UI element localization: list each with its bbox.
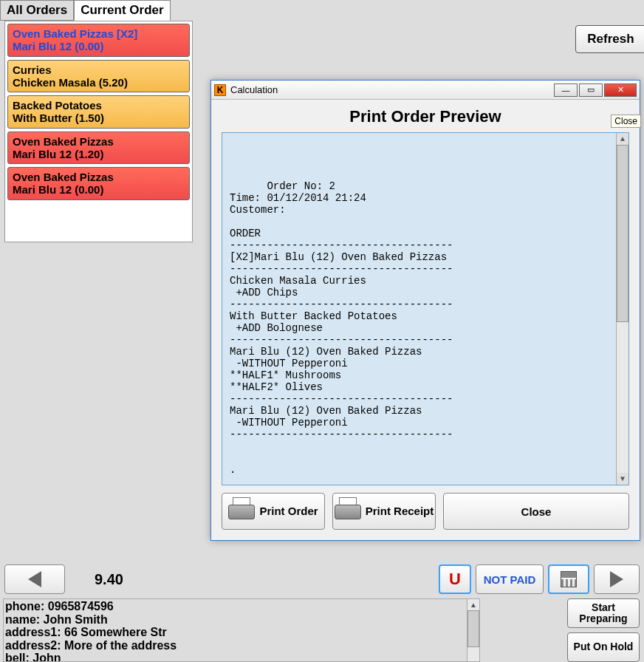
order-item-detail: Mari Blu 12 (1.20) bbox=[13, 148, 185, 160]
order-item[interactable]: Oven Baked PizzasMari Blu 12 (1.20) bbox=[7, 132, 190, 165]
order-item-detail: With Butter (1.50) bbox=[13, 112, 185, 124]
order-item-category: Oven Baked Pizzas [X2] bbox=[13, 27, 185, 40]
bottom-controls: 9.40 U NOT PAID bbox=[4, 563, 640, 596]
calculator-button[interactable] bbox=[548, 564, 589, 594]
order-item-category: Curries bbox=[13, 64, 185, 76]
scroll-up-icon[interactable]: ▲ bbox=[617, 133, 628, 145]
tabs-bar: All Orders Current Order bbox=[0, 0, 644, 21]
window-close-button[interactable]: ✕ bbox=[604, 83, 637, 97]
start-preparing-button[interactable]: Start Preparing bbox=[567, 598, 640, 628]
order-item[interactable]: Oven Baked Pizzas [X2]Mari Blu 12 (0.00) bbox=[7, 24, 190, 57]
tab-all-orders[interactable]: All Orders bbox=[0, 0, 74, 21]
maximize-button[interactable]: ▭ bbox=[579, 83, 603, 97]
print-receipt-button[interactable]: Print Receipt bbox=[332, 493, 436, 530]
receipt-preview[interactable]: Order No: 2 Time: 01/12/2014 21:24 Custo… bbox=[222, 132, 629, 485]
printer-icon bbox=[335, 502, 360, 521]
print-order-label: Print Order bbox=[259, 505, 318, 517]
order-item-detail: Chicken Masala (5.20) bbox=[13, 76, 185, 89]
receipt-text: Order No: 2 Time: 01/12/2014 21:24 Custo… bbox=[230, 180, 453, 476]
customer-scrollbar[interactable]: ▲ bbox=[467, 598, 480, 662]
customer-bell: bell: John bbox=[5, 652, 478, 662]
order-item-category: Backed Potatoes bbox=[13, 99, 185, 112]
app-icon: K bbox=[214, 84, 226, 96]
calculator-icon bbox=[561, 571, 577, 587]
customer-phone: phone: 0965874596 bbox=[5, 600, 478, 613]
put-on-hold-button[interactable]: Put On Hold bbox=[567, 632, 640, 662]
scroll-up-icon[interactable]: ▲ bbox=[467, 599, 479, 610]
receipt-scrollbar[interactable]: ▲ ▼ bbox=[616, 133, 628, 485]
order-item[interactable]: CurriesChicken Masala (5.20) bbox=[7, 60, 190, 93]
order-items-panel: Oven Baked Pizzas [X2]Mari Blu 12 (0.00)… bbox=[4, 21, 193, 242]
scroll-thumb[interactable] bbox=[617, 145, 628, 322]
customer-address2: address2: More of the address bbox=[5, 639, 478, 652]
dialog-title-text: Calculation bbox=[230, 84, 278, 95]
order-item-category: Oven Baked Pizzas bbox=[13, 171, 185, 183]
arrow-right-icon bbox=[610, 571, 623, 587]
order-total: 9.40 bbox=[95, 571, 123, 588]
u-button[interactable]: U bbox=[439, 564, 471, 594]
print-order-button[interactable]: Print Order bbox=[222, 493, 325, 530]
scroll-down-icon[interactable]: ▼ bbox=[617, 473, 628, 485]
refresh-button[interactable]: Refresh bbox=[575, 25, 644, 53]
customer-address1: address1: 66 Somewhere Str bbox=[5, 626, 478, 639]
order-item-detail: Mari Blu 12 (0.00) bbox=[13, 40, 185, 52]
customer-info: phone: 0965874596 name: John Smith addre… bbox=[3, 598, 480, 662]
dialog-titlebar[interactable]: K Calculation — ▭ ✕ bbox=[211, 81, 640, 100]
next-button[interactable] bbox=[594, 564, 640, 594]
order-item-category: Oven Baked Pizzas bbox=[13, 135, 185, 148]
arrow-left-icon bbox=[28, 571, 41, 587]
print-receipt-label: Print Receipt bbox=[366, 505, 434, 517]
scroll-thumb[interactable] bbox=[467, 610, 479, 647]
order-item[interactable]: Backed PotatoesWith Butter (1.50) bbox=[7, 95, 190, 129]
close-tooltip: Close bbox=[611, 115, 641, 128]
prev-button[interactable] bbox=[4, 564, 65, 594]
calculation-dialog: K Calculation — ▭ ✕ Close Print Order Pr… bbox=[210, 80, 640, 541]
order-item[interactable]: Oven Baked PizzasMari Blu 12 (0.00) bbox=[7, 167, 190, 200]
not-paid-button[interactable]: NOT PAID bbox=[476, 564, 544, 594]
dialog-close-button[interactable]: Close bbox=[443, 493, 629, 530]
preview-heading: Print Order Preview bbox=[222, 107, 629, 126]
customer-name: name: John Smith bbox=[5, 613, 478, 627]
right-actions: Start Preparing Put On Hold bbox=[567, 598, 640, 662]
tab-current-order[interactable]: Current Order bbox=[74, 0, 170, 21]
printer-icon bbox=[228, 502, 253, 521]
order-item-detail: Mari Blu 12 (0.00) bbox=[13, 183, 185, 196]
minimize-button[interactable]: — bbox=[554, 83, 578, 97]
